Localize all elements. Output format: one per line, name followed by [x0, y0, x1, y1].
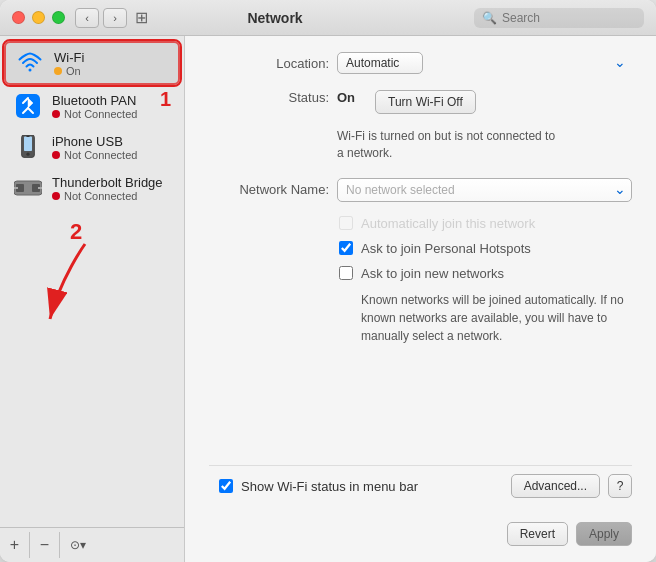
svg-point-4 [26, 153, 29, 156]
network-item-thunderbolt[interactable]: Thunderbolt Bridge Not Connected [4, 168, 180, 208]
iphone-status-text: Not Connected [64, 149, 137, 161]
right-panel: Location: Automatic Status: On Turn Wi-F… [185, 36, 656, 562]
network-item-bluetooth[interactable]: Bluetooth PAN Not Connected [4, 86, 180, 126]
wifi-status-dot [54, 67, 62, 75]
ask-hotspot-label: Ask to join Personal Hotspots [361, 241, 531, 256]
bluetooth-status-text: Not Connected [64, 108, 137, 120]
show-wifi-checkbox[interactable] [219, 479, 233, 493]
status-label: Status: [209, 90, 329, 105]
wifi-name: Wi-Fi [54, 50, 84, 65]
ask-hotspot-row: Ask to join Personal Hotspots [339, 241, 632, 256]
network-name-row: Network Name: No network selected [209, 178, 632, 202]
network-name-label: Network Name: [209, 182, 329, 197]
minimize-button[interactable] [32, 11, 45, 24]
thunderbolt-status-text: Not Connected [64, 190, 137, 202]
svg-point-0 [29, 69, 32, 72]
help-button[interactable]: ? [608, 474, 632, 498]
search-input[interactable] [502, 11, 632, 25]
search-icon: 🔍 [482, 11, 497, 25]
iphone-name: iPhone USB [52, 134, 137, 149]
status-row: Status: On Turn Wi-Fi Off [209, 90, 632, 114]
status-description: Wi-Fi is turned on but is not connected … [337, 128, 557, 162]
arrow-2 [30, 239, 110, 329]
spacer [209, 365, 632, 465]
advanced-button[interactable]: Advanced... [511, 474, 600, 498]
ask-new-checkbox[interactable] [339, 266, 353, 280]
traffic-lights [12, 11, 65, 24]
network-item-iphone[interactable]: iPhone USB Not Connected [4, 127, 180, 167]
maximize-button[interactable] [52, 11, 65, 24]
ask-hotspot-checkbox[interactable] [339, 241, 353, 255]
auto-join-checkbox [339, 216, 353, 230]
network-list: Wi-Fi On [0, 36, 184, 527]
revert-button[interactable]: Revert [507, 522, 568, 546]
iphone-network-info: iPhone USB Not Connected [52, 134, 137, 161]
location-select[interactable]: Automatic [337, 52, 423, 74]
annotation-area: 2 [0, 209, 184, 329]
bluetooth-icon [14, 92, 42, 120]
action-network-button[interactable]: ⊙▾ [60, 532, 96, 558]
ask-new-label: Ask to join new networks [361, 266, 504, 281]
svg-rect-5 [26, 136, 29, 137]
network-item-wifi[interactable]: Wi-Fi On [4, 41, 180, 85]
thunderbolt-status: Not Connected [52, 190, 163, 202]
remove-network-button[interactable]: − [30, 532, 60, 558]
turn-wifi-button[interactable]: Turn Wi-Fi Off [375, 90, 476, 114]
network-name-select[interactable]: No network selected [337, 178, 632, 202]
iphone-icon [14, 133, 42, 161]
wifi-status: On [54, 65, 84, 77]
show-wifi-label: Show Wi-Fi status in menu bar [241, 479, 503, 494]
network-name-select-wrap: No network selected [337, 178, 632, 202]
bluetooth-network-info: Bluetooth PAN Not Connected [52, 93, 137, 120]
location-select-wrap: Automatic [337, 52, 632, 74]
bluetooth-name: Bluetooth PAN [52, 93, 137, 108]
wifi-icon [16, 49, 44, 77]
auto-join-row: Automatically join this network [339, 216, 632, 231]
show-wifi-row: Show Wi-Fi status in menu bar Advanced..… [209, 465, 632, 498]
location-label: Location: [209, 56, 329, 71]
thunderbolt-network-info: Thunderbolt Bridge Not Connected [52, 175, 163, 202]
close-button[interactable] [12, 11, 25, 24]
apply-button[interactable]: Apply [576, 522, 632, 546]
sidebar-bottom: + − ⊙▾ [0, 527, 184, 562]
window-title: Network [76, 10, 474, 26]
known-networks-desc: Known networks will be joined automatica… [361, 291, 632, 345]
location-row: Location: Automatic [209, 52, 632, 74]
ask-new-row: Ask to join new networks [339, 266, 632, 281]
main-content: Wi-Fi On [0, 36, 656, 562]
svg-rect-3 [24, 137, 32, 151]
thunderbolt-name: Thunderbolt Bridge [52, 175, 163, 190]
auto-join-label: Automatically join this network [361, 216, 535, 231]
add-network-button[interactable]: + [0, 532, 30, 558]
thunderbolt-status-dot [52, 192, 60, 200]
titlebar: ‹ › ⊞ Network 🔍 [0, 0, 656, 36]
sidebar: Wi-Fi On [0, 36, 185, 562]
status-desc-row: Wi-Fi is turned on but is not connected … [209, 128, 632, 162]
iphone-status: Not Connected [52, 149, 137, 161]
wifi-network-info: Wi-Fi On [54, 50, 84, 77]
bluetooth-status: Not Connected [52, 108, 137, 120]
bottom-buttons: Revert Apply [209, 512, 632, 546]
iphone-status-dot [52, 151, 60, 159]
thunderbolt-icon [14, 174, 42, 202]
status-value: On [337, 90, 355, 105]
wifi-status-text: On [66, 65, 81, 77]
search-box[interactable]: 🔍 [474, 8, 644, 28]
bluetooth-status-dot [52, 110, 60, 118]
